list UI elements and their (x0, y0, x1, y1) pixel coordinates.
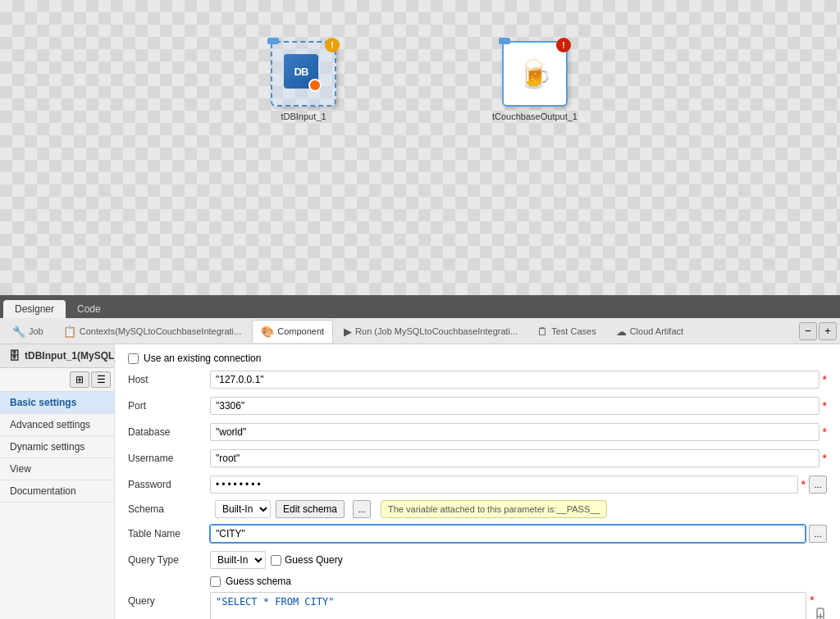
port-label: Port (128, 400, 210, 412)
host-label: Host (128, 374, 210, 385)
cloud-icon: ☁ (616, 325, 627, 338)
tab-run[interactable]: ▶ Run (Job MySQLtoCouchbaseIntegrati... (335, 320, 527, 343)
host-row: Host * (128, 369, 827, 390)
guess-schema-checkbox[interactable] (210, 576, 221, 587)
tab-contexts-label: Contexts(MySQLtoCouchbaseIntegrati... (80, 326, 241, 336)
tab-run-label: Run (Job MySQLtoCouchbaseIntegrati... (355, 326, 518, 336)
tab-contexts[interactable]: 📋 Contexts(MySQLtoCouchbaseIntegrati... (54, 320, 250, 343)
db-title-icon: 🗄 (8, 349, 20, 362)
tab-test-cases[interactable]: 🗒 Test Cases (528, 320, 605, 343)
guess-schema-label: Guess schema (226, 576, 291, 587)
node-tdbinput-label: tDBInput_1 (281, 112, 326, 121)
database-input[interactable] (210, 423, 819, 441)
sidebar-item-documentation[interactable]: Documentation (0, 480, 114, 503)
use-existing-connection-row: Use an existing connection (128, 353, 827, 364)
schema-ellipsis-button[interactable]: ... (353, 500, 371, 518)
table-name-row: Table Name ... (128, 523, 827, 544)
sidebar-item-advanced[interactable]: Advanced settings (0, 414, 114, 436)
list-view-button[interactable]: ☰ (91, 371, 111, 388)
port-row: Port * (128, 395, 827, 416)
host-input[interactable] (210, 371, 819, 389)
password-ellipsis-button[interactable]: ... (809, 476, 827, 494)
tab-component[interactable]: 🎨 Component (252, 320, 333, 343)
bottom-panel: 🗄 tDBInput_1(MySQL) ⊞ ☰ Basic settings A… (0, 344, 840, 619)
edit-schema-button[interactable]: Edit schema (276, 500, 345, 518)
settings-sidebar: 🗄 tDBInput_1(MySQL) ⊞ ☰ Basic settings A… (0, 344, 115, 619)
schema-row: Schema Built-In Edit schema ... The vari… (128, 500, 827, 518)
sidebar-item-basic[interactable]: Basic settings (0, 392, 114, 414)
tab-code[interactable]: Code (66, 300, 112, 318)
query-textarea[interactable]: "SELECT * FROM CITY" (210, 592, 806, 619)
use-existing-connection-checkbox[interactable] (128, 353, 139, 364)
guess-schema-row: Guess schema (210, 576, 827, 587)
node-error-badge: ! (556, 38, 571, 52)
database-label: Database (128, 426, 210, 438)
username-row: Username * (128, 448, 827, 469)
component-title: 🗄 tDBInput_1(MySQL) (0, 344, 114, 368)
query-type-row: Query Type Built-In Guess Query (128, 549, 827, 571)
schema-label: Schema (128, 503, 210, 515)
test-icon: 🗒 (537, 325, 548, 338)
tab-job[interactable]: 🔧 Job (3, 320, 52, 343)
node-indicator-2 (499, 38, 510, 44)
tab-job-label: Job (29, 326, 43, 336)
node-couchbase-label: tCouchbaseOutput_1 (492, 112, 578, 121)
table-name-label: Table Name (128, 528, 210, 539)
sidebar-item-view[interactable]: View (0, 458, 114, 480)
sidebar-item-dynamic[interactable]: Dynamic settings (0, 436, 114, 458)
run-icon: ▶ (344, 325, 352, 338)
node-warning-badge: ! (325, 38, 340, 52)
tab-minus-button[interactable]: − (799, 322, 817, 340)
port-required: * (823, 399, 827, 412)
password-label: Password (128, 479, 210, 490)
component-title-text: tDBInput_1(MySQL) (25, 350, 117, 362)
query-label: Query (128, 592, 210, 607)
query-type-label: Query Type (128, 554, 210, 566)
node-tdbinput[interactable]: ! DB tDBInput_1 (271, 41, 336, 121)
contexts-icon: 📋 (63, 325, 76, 338)
tab-component-label: Component (277, 326, 324, 336)
use-existing-connection-label: Use an existing connection (144, 353, 261, 364)
tab-plus-button[interactable]: + (819, 322, 837, 340)
tab-cloud-artifact[interactable]: ☁ Cloud Artifact (607, 320, 692, 343)
designer-code-bar: Designer Code (0, 295, 840, 318)
password-required: * (801, 478, 806, 491)
host-required: * (823, 373, 827, 386)
database-row: Database * (128, 421, 827, 443)
tab-test-cases-label: Test Cases (551, 326, 596, 336)
tab-cloud-artifact-label: Cloud Artifact (630, 326, 683, 336)
node-couchbase[interactable]: ! 🍺 tCouchbaseOutput_1 (492, 41, 578, 121)
query-type-dropdown[interactable]: Built-In (210, 551, 266, 569)
query-expand-button[interactable] (815, 592, 827, 619)
password-input[interactable] (210, 476, 798, 494)
table-name-input[interactable] (210, 525, 806, 543)
canvas: ! DB tDBInput_1 ! 🍺 tCouchbaseOutput_1 (0, 0, 840, 295)
username-required: * (823, 452, 827, 465)
database-required: * (823, 426, 827, 439)
node-indicator (267, 38, 279, 44)
component-icon: 🎨 (261, 325, 274, 338)
username-input[interactable] (210, 449, 819, 467)
main-tabs-bar: 🔧 Job 📋 Contexts(MySQLtoCouchbaseIntegra… (0, 318, 840, 344)
table-ellipsis-button[interactable]: ... (809, 525, 827, 543)
query-row: Query "SELECT * FROM CITY" * (128, 592, 827, 619)
port-input[interactable] (210, 397, 819, 415)
schema-dropdown[interactable]: Built-In (215, 500, 271, 518)
job-icon: 🔧 (12, 325, 25, 338)
schema-tooltip: The variable attached to this parameter … (381, 500, 607, 518)
password-row: Password * ... (128, 474, 827, 495)
guess-query-label: Guess Query (285, 554, 343, 566)
main-content: Use an existing connection Host * Port *… (115, 344, 840, 619)
username-label: Username (128, 453, 210, 464)
guess-query-checkbox[interactable] (271, 555, 281, 566)
tab-designer[interactable]: Designer (3, 300, 66, 318)
grid-view-button[interactable]: ⊞ (70, 371, 89, 388)
